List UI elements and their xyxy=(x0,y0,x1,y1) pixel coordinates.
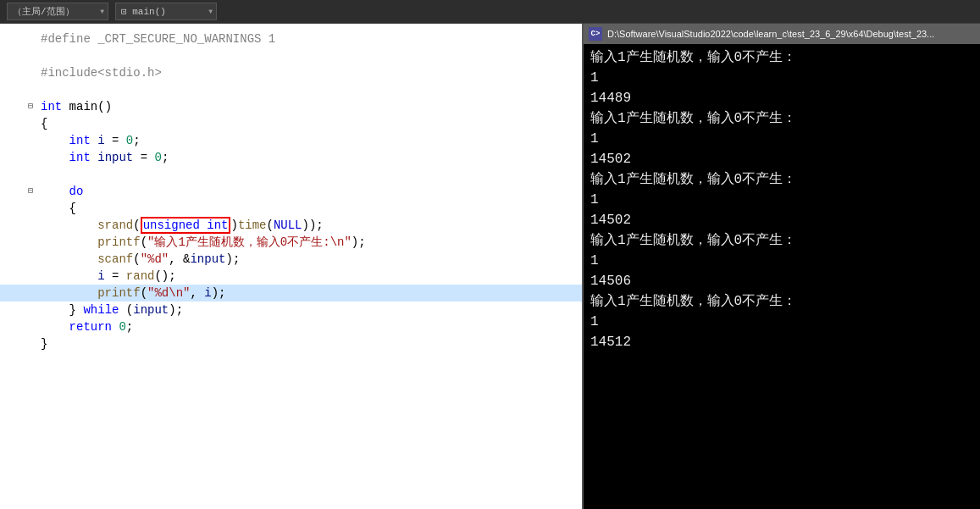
line-content: i = rand(); xyxy=(37,268,176,285)
line-content: printf("%d\n", i); xyxy=(37,285,226,302)
table-row: printf("输入1产生随机数，输入0不产生:\n"); xyxy=(0,234,582,251)
function-dropdown[interactable]: ⊡ main() xyxy=(115,3,217,20)
table-row: } while (input); xyxy=(0,302,582,318)
table-row: scanf("%d", &input); xyxy=(0,251,582,268)
list-item: 14506 xyxy=(590,271,973,291)
scope-dropdown[interactable]: （主局/范围） xyxy=(7,3,108,20)
code-area[interactable]: #define _CRT_SECURE_NO_WARNINGS 1 #inclu… xyxy=(0,24,582,509)
line-content: #define _CRT_SECURE_NO_WARNINGS 1 xyxy=(37,30,275,47)
line-content xyxy=(37,81,47,98)
scope-label: （主局/范围） xyxy=(13,5,75,18)
collapse-icon[interactable]: ⊟ xyxy=(24,98,37,115)
line-content: { xyxy=(37,115,47,132)
list-item: 输入1产生随机数，输入0不产生： xyxy=(590,291,973,312)
table-row: { xyxy=(0,200,582,217)
line-content xyxy=(37,166,47,183)
line-content: srand(unsigned int)time(NULL)); xyxy=(37,217,324,234)
list-item: 1 xyxy=(590,68,973,88)
table-row: } xyxy=(0,335,582,352)
line-content: int input = 0; xyxy=(37,149,169,166)
list-item: 1 xyxy=(590,129,973,149)
main-content: #define _CRT_SECURE_NO_WARNINGS 1 #inclu… xyxy=(0,24,980,509)
list-item: 1 xyxy=(590,312,973,332)
toolbar: （主局/范围） ⊡ main() xyxy=(0,0,980,24)
line-content: } xyxy=(37,335,47,352)
table-row: int i = 0; xyxy=(0,132,582,149)
line-content: } while (input); xyxy=(37,302,183,318)
list-item: 14512 xyxy=(590,332,973,352)
line-content: int i = 0; xyxy=(37,132,141,149)
console-titlebar: C> D:\Software\VisualStudio2022\code\lea… xyxy=(584,24,980,44)
table-row: ⊟ int main() xyxy=(0,98,582,115)
table-row: int input = 0; xyxy=(0,149,582,166)
list-item: 14489 xyxy=(590,88,973,108)
line-content: printf("输入1产生随机数，输入0不产生:\n"); xyxy=(37,234,366,251)
function-label: ⊡ main() xyxy=(121,6,166,17)
table-row: #define _CRT_SECURE_NO_WARNINGS 1 xyxy=(0,30,582,47)
console-title: D:\Software\VisualStudio2022\code\learn_… xyxy=(607,29,934,39)
list-item: 输入1产生随机数，输入0不产生： xyxy=(590,230,973,251)
table-row: srand(unsigned int)time(NULL)); xyxy=(0,217,582,234)
table-row: return 0; xyxy=(0,318,582,335)
line-content: int main() xyxy=(37,98,112,115)
list-item: 输入1产生随机数，输入0不产生： xyxy=(590,47,973,68)
table-row: printf("%d\n", i); xyxy=(0,285,582,302)
console-window: C> D:\Software\VisualStudio2022\code\lea… xyxy=(582,24,980,509)
table-row: { xyxy=(0,115,582,132)
table-row: #include<stdio.h> xyxy=(0,64,582,81)
table-row xyxy=(0,81,582,98)
line-content: scanf("%d", &input); xyxy=(37,251,240,268)
list-item: 14502 xyxy=(590,149,973,169)
table-row xyxy=(0,166,582,183)
table-row: i = rand(); xyxy=(0,268,582,285)
line-content: return 0; xyxy=(37,318,133,335)
code-editor: #define _CRT_SECURE_NO_WARNINGS 1 #inclu… xyxy=(0,24,582,509)
list-item: 14502 xyxy=(590,210,973,230)
console-content: 输入1产生随机数，输入0不产生： 1 14489 输入1产生随机数，输入0不产生… xyxy=(584,44,980,509)
list-item: 1 xyxy=(590,251,973,271)
list-item: 输入1产生随机数，输入0不产生： xyxy=(590,108,973,129)
line-content xyxy=(37,47,47,64)
table-row xyxy=(0,47,582,64)
line-content: { xyxy=(37,200,76,217)
line-content: #include<stdio.h> xyxy=(37,64,162,81)
line-content: do xyxy=(37,183,83,200)
console-icon: C> xyxy=(589,27,602,41)
list-item: 输入1产生随机数，输入0不产生： xyxy=(590,169,973,190)
table-row: ⊟ do xyxy=(0,183,582,200)
list-item: 1 xyxy=(590,190,973,210)
toolbar-left: （主局/范围） ⊡ main() xyxy=(7,3,973,20)
collapse-icon[interactable]: ⊟ xyxy=(24,183,37,200)
